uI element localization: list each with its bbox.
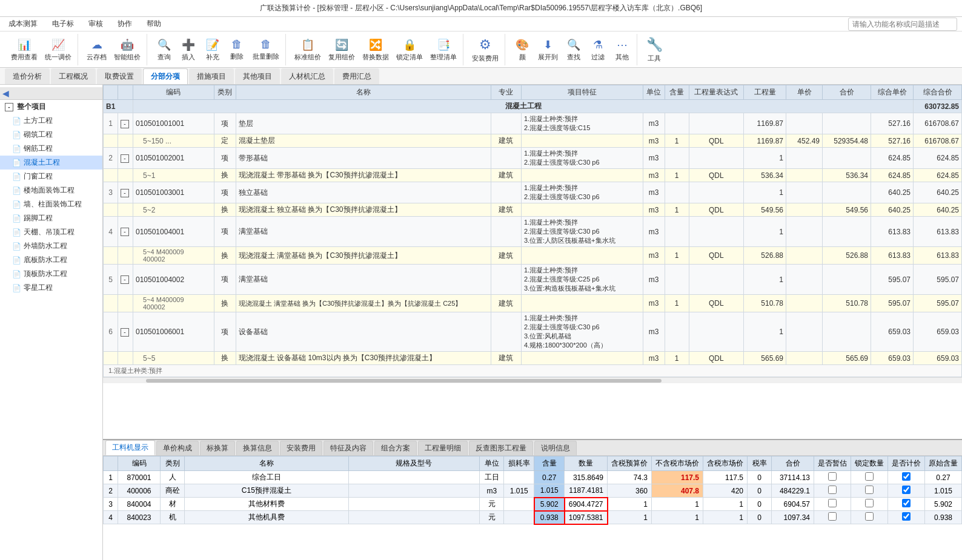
row-code[interactable]: 010501004001	[133, 217, 214, 247]
brow-code[interactable]: 840004	[118, 498, 161, 511]
brow-budget-tax[interactable]: 360	[608, 484, 652, 498]
row-qty-expr[interactable]	[689, 312, 743, 352]
row-expand[interactable]: -	[118, 113, 133, 134]
tab-project-overview[interactable]: 工程概况	[51, 68, 96, 84]
row-comp-unit[interactable]: 659.03	[871, 312, 914, 352]
row-total[interactable]	[823, 148, 871, 169]
menu-audit[interactable]: 审核	[85, 18, 107, 30]
row-qty-val[interactable]: 526.88	[744, 247, 786, 265]
toolbar-btn-filter[interactable]: ⚗过滤	[587, 37, 609, 63]
toolbar-btn-lock[interactable]: 🔒锁定清单	[394, 37, 425, 63]
row-name[interactable]: 现浇混凝土 带形基础 换为【C30预拌抗渗混凝土】	[236, 169, 491, 182]
row-qty-val[interactable]: 1	[744, 265, 786, 295]
menu-collab[interactable]: 协作	[114, 18, 136, 30]
row-qty[interactable]	[665, 312, 689, 352]
menu-etender[interactable]: 电子标	[48, 18, 78, 30]
toolbar-btn-color[interactable]: 🎨颜	[511, 37, 533, 63]
row-qty-val[interactable]: 1	[744, 148, 786, 169]
brow-orig-qty[interactable]: 0.27	[925, 471, 962, 484]
brow-tax-rate[interactable]: 0	[748, 511, 772, 524]
row-qty[interactable]: 1	[665, 134, 689, 148]
brow-budget-tax[interactable]: 1	[608, 511, 652, 524]
row-comp-unit[interactable]: 527.16	[871, 134, 914, 148]
sidebar-item-concrete[interactable]: 📄 混凝土工程	[0, 156, 102, 170]
brow-count[interactable]: 1187.4181	[565, 484, 608, 498]
tree-expand-icon[interactable]: -	[5, 103, 13, 111]
row-comp-unit[interactable]: 640.25	[871, 182, 914, 203]
brow-qty[interactable]: 0.938	[534, 511, 565, 524]
checkbox-lock-qty[interactable]	[865, 472, 874, 481]
row-code[interactable]: 010501006001	[133, 312, 214, 352]
sidebar-item-ceiling[interactable]: 📄 天棚、吊顶工程	[0, 225, 102, 239]
tab-measures[interactable]: 措施项目	[189, 68, 234, 84]
row-qty-expr[interactable]: QDL	[689, 295, 743, 312]
row-total[interactable]: 529354.48	[823, 134, 871, 148]
toolbar-btn-adjust[interactable]: 📈 统一调价	[42, 37, 74, 63]
row-unit-price[interactable]	[786, 169, 823, 182]
table-row[interactable]: 5~1 换 现浇混凝土 带形基础 换为【C30预拌抗渗混凝土】 建筑 m3 1 …	[104, 169, 962, 182]
row-name[interactable]: 独立基础	[236, 182, 491, 203]
sidebar-item-all[interactable]: - 整个项目	[0, 100, 102, 114]
brow-count[interactable]: 6904.4727	[565, 498, 608, 511]
row-comp-unit[interactable]: 595.07	[871, 295, 914, 312]
row-unit-price[interactable]	[786, 295, 823, 312]
checkbox-is-est-3[interactable]	[828, 499, 837, 507]
row-qty-expr[interactable]: QDL	[689, 169, 743, 182]
toolbar-btn-insert[interactable]: ➕插入	[177, 37, 199, 63]
row-qty-expr[interactable]: QDL	[689, 247, 743, 265]
tab-fee-summary[interactable]: 费用汇总	[334, 68, 379, 84]
row-total[interactable]: 549.56	[823, 203, 871, 217]
row-unit-price[interactable]	[786, 113, 823, 134]
nav-prev[interactable]: ◀	[2, 88, 9, 98]
row-name[interactable]: 现浇混凝土 满堂基础 换为【C30预拌抗渗混凝土】换为【抗渗混凝土 C25】	[236, 295, 491, 312]
row-name[interactable]: 混凝土垫层	[236, 134, 491, 148]
sidebar-item-top-wp[interactable]: 📄 顶板防水工程	[0, 267, 102, 281]
table-row[interactable]: 2 - 010501002001 项 带形基础 1.混凝土种类:预拌2.混凝土强…	[104, 148, 962, 169]
sidebar-item-bottom-wp[interactable]: 📄 底板防水工程	[0, 253, 102, 267]
search-input[interactable]	[848, 18, 957, 31]
sidebar-item-flooring[interactable]: 📄 楼地面装饰工程	[0, 183, 102, 197]
row-qty[interactable]: 1	[665, 247, 689, 265]
brow-code[interactable]: 840023	[118, 511, 161, 524]
row-qty[interactable]: 1	[665, 295, 689, 312]
brow-budget-tax[interactable]: 74.3	[608, 471, 652, 484]
toolbar-btn-replace-data[interactable]: 🔀替换数据	[360, 37, 391, 63]
brow-qty[interactable]: 1.015	[534, 484, 565, 498]
toolbar-btn-reuse-price[interactable]: 🔄复用组价	[326, 37, 357, 63]
row-code[interactable]: 5~4 M400009400002	[133, 295, 214, 312]
row-total[interactable]	[823, 182, 871, 203]
brow-market-notax[interactable]: 1	[652, 511, 703, 524]
brow-count[interactable]: 1097.5381	[565, 511, 608, 524]
table-row[interactable]: 5~4 M400009400002 换 现浇混凝土 满堂基础 换为【C30预拌抗…	[104, 295, 962, 312]
row-code[interactable]: 010501003001	[133, 182, 214, 203]
bottom-table-row[interactable]: 2 400006 商砼 C15预拌混凝土 m3 1.015 1.015 1187…	[104, 484, 962, 498]
row-qty-expr[interactable]: QDL	[689, 352, 743, 365]
sidebar-item-wallfinish[interactable]: 📄 墙、柱面装饰工程	[0, 197, 102, 211]
bottom-tab-labor[interactable]: 工料机显示	[105, 440, 155, 455]
bottom-tab-note[interactable]: 说明信息	[534, 441, 577, 455]
sidebar-item-misc[interactable]: 📄 零星工程	[0, 281, 102, 295]
row-name[interactable]: 现浇混凝土 独立基础 换为【C30预拌抗渗混凝土】	[236, 203, 491, 217]
row-comp-unit[interactable]: 613.83	[871, 217, 914, 247]
bottom-tab-install-fee[interactable]: 安装费用	[280, 441, 322, 455]
horizontal-scrollbar[interactable]	[146, 379, 662, 383]
row-qty-expr[interactable]	[689, 217, 743, 247]
row-qty-val[interactable]: 1169.87	[744, 113, 786, 134]
row-qty[interactable]	[665, 217, 689, 247]
sidebar-item-baseboard[interactable]: 📄 踢脚工程	[0, 211, 102, 225]
table-row[interactable]: 4 - 010501004001 项 满堂基础 1.混凝土种类:预拌2.混凝土强…	[104, 217, 962, 247]
row-unit-price[interactable]	[786, 203, 823, 217]
row-qty-val[interactable]: 536.34	[744, 169, 786, 182]
brow-tax-rate[interactable]: 0	[748, 484, 772, 498]
row-code[interactable]: 010501002001	[133, 148, 214, 169]
tab-labor-material[interactable]: 人材机汇总	[281, 68, 333, 84]
brow-name[interactable]: 综合工日	[185, 471, 349, 484]
row-comp-unit[interactable]: 595.07	[871, 265, 914, 295]
row-unit-price[interactable]	[786, 148, 823, 169]
toolbar-btn-smart[interactable]: 🤖 智能组价	[111, 37, 143, 63]
checkbox-lock-qty-2[interactable]	[865, 486, 874, 494]
bottom-tab-combo[interactable]: 组合方案	[374, 441, 417, 455]
row-qty-expr[interactable]	[689, 148, 743, 169]
brow-market-notax[interactable]: 407.8	[652, 484, 703, 498]
checkbox-is-est-4[interactable]	[828, 512, 837, 521]
